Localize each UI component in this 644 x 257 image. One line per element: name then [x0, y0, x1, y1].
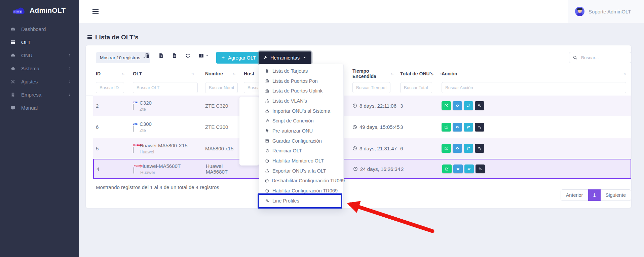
table-row[interactable]: 4HUAWEIHuawei-MA5680THuaweiHuawei MA5680… [93, 159, 631, 179]
olt-name: C300 [140, 121, 152, 127]
menu-item-reiniciar-olt[interactable]: Reiniciar OLT [259, 146, 343, 156]
file-excel-icon [158, 53, 164, 59]
plug-icon [265, 128, 270, 133]
exch-icon [466, 146, 470, 150]
copy-button[interactable] [145, 53, 150, 59]
table-row[interactable]: 6ZTEC300ZteZTE C30049 days, 15:05:453 [93, 116, 631, 138]
page-title-text: Lista de OLT's [95, 34, 139, 41]
olt-list-card: Mostrar 10 registros Agregar OLT Herrami… [86, 45, 631, 208]
filter-nombre-input[interactable] [205, 82, 238, 93]
sync-onus-button[interactable] [464, 164, 474, 173]
view-olt-button[interactable] [453, 101, 462, 110]
sidebar-item-sistema[interactable]: Sistema [0, 62, 79, 75]
table-filter-row [86, 80, 631, 96]
sitemap-icon [265, 99, 270, 103]
pagination-page-1-button[interactable]: 1 [588, 189, 600, 201]
server-icon [9, 40, 16, 45]
view-olt-button[interactable] [453, 164, 463, 173]
export-toolbar [145, 53, 209, 59]
view-olt-button[interactable] [453, 144, 462, 153]
sidebar-item-olt[interactable]: OLT [0, 36, 79, 49]
menu-item-deshabilitar-configuraci-n-tr069[interactable]: Deshabilitar Configuración TR069 [259, 176, 343, 186]
row-olt-cell: HUAWEIHuawei-MA5800-X15Huawei [133, 138, 204, 158]
row-nombre-cell: MA5800 x15 [205, 138, 244, 158]
column-header-total-de-onu-s[interactable]: Total de ONU's↑↓ [400, 68, 442, 80]
olt-settings-button[interactable] [475, 144, 484, 153]
column-header-label: Host [244, 71, 254, 76]
menu-item-lista-de-puertos-pon[interactable]: Lista de Puertos Pon [259, 76, 343, 86]
column-header-id[interactable]: ID↑↓ [96, 68, 124, 80]
olt-settings-button[interactable] [475, 101, 484, 110]
row-olt-cell: ZTEC300Zte [133, 116, 204, 138]
view-olt-button[interactable] [453, 123, 462, 132]
sort-icon: ↑↓ [191, 72, 194, 76]
row-onu-count-cell: 6 [400, 138, 441, 158]
pagination-next-button[interactable]: Siguiente [601, 189, 631, 201]
user-name: Soporte AdminOLT [589, 9, 631, 14]
sidebar-item-dashboard[interactable]: Dashboard [0, 23, 79, 36]
edit-olt-button[interactable] [442, 144, 451, 153]
user-menu[interactable]: Soporte AdminOLT [568, 0, 644, 23]
filter-id-input[interactable] [96, 82, 124, 93]
menu-item-label: Reiniciar OLT [272, 148, 302, 153]
menu-item-exportar-onu-s-a-la-olt[interactable]: Exportar ONU's a la OLT [259, 166, 343, 176]
column-visibility-button[interactable] [198, 53, 209, 59]
pen-icon [444, 146, 448, 150]
add-olt-label: Agregar OLT [228, 55, 256, 61]
sidebar-item-label: OLT [21, 39, 72, 45]
clock-icon [352, 103, 357, 108]
olt-settings-button[interactable] [475, 123, 484, 132]
column-header-tiempo-encendida[interactable]: Tiempo Encendida↑↓ [352, 68, 393, 80]
pagination-previous-button[interactable]: Anterior [561, 189, 589, 201]
sync-onus-button[interactable] [464, 123, 473, 132]
search-input[interactable] [580, 55, 641, 61]
save-icon [265, 139, 270, 143]
menu-item-importar-onu-s-al-sistema[interactable]: Importar ONU's al Sistema [259, 106, 343, 116]
app-logo[interactable]: AdminOLT [0, 0, 79, 15]
menu-toggle-icon[interactable] [91, 7, 100, 15]
sidebar-item-manual[interactable]: Manual [0, 101, 79, 114]
sidebar-item-onu[interactable]: ONU [0, 49, 79, 62]
sync-onus-button[interactable] [464, 101, 473, 110]
edit-olt-button[interactable] [442, 101, 451, 110]
column-header-olt[interactable]: OLT↑↓ [133, 68, 194, 80]
gears-icon [478, 125, 482, 129]
refresh-button[interactable] [185, 53, 191, 59]
menu-item-lista-de-vlan-s[interactable]: Lista de VLAN's [259, 96, 343, 106]
menu-item-lista-de-puertos-uplink[interactable]: Lista de Puertos Uplink [259, 86, 343, 96]
sidebar-item-ajustes[interactable]: Ajustes [0, 75, 79, 88]
sync-onus-button[interactable] [464, 144, 473, 153]
tools-dropdown-button[interactable]: Herramientas [259, 51, 311, 64]
sidebar-item-label: Empresa [21, 92, 68, 98]
column-header-acci-n[interactable]: Acción↑↓ [442, 68, 626, 80]
menu-item-pre-autorizar-onu[interactable]: Pre-autorizar ONU [259, 126, 343, 136]
menu-item-label: Lista de Puertos Uplink [272, 88, 323, 94]
menu-item-script-de-conexi-n[interactable]: Script de Conexión [259, 116, 343, 126]
menu-item-lista-de-tarjetas[interactable]: Lista de Tarjetas [259, 66, 343, 76]
menu-item-guardar-configuraci-n[interactable]: Guardar Configuración [259, 136, 343, 146]
device-brand-label: HUAWEI [134, 164, 143, 167]
sidebar-item-empresa[interactable]: Empresa [0, 88, 79, 101]
filter-tiempo-input[interactable] [352, 82, 390, 93]
sort-icon: ↑↓ [122, 72, 125, 76]
olt-name: C320 [140, 100, 152, 106]
eye-icon [455, 146, 459, 150]
show-entries-select[interactable]: Mostrar 10 registros [96, 52, 150, 63]
column-header-nombre[interactable]: Nombre↑↓ [205, 68, 235, 80]
filter-accion-input[interactable] [442, 82, 626, 93]
olt-settings-button[interactable] [476, 164, 485, 173]
tools-dropdown-menu: Lista de TarjetasLista de Puertos PonLis… [259, 64, 344, 208]
bank-icon [265, 89, 270, 93]
eye-icon [456, 167, 460, 171]
add-olt-button[interactable]: Agregar OLT [216, 52, 261, 64]
edit-olt-button[interactable] [442, 123, 451, 132]
table-row[interactable]: 2ZTEC320ZteZTE C3208 days, 22:11:063 [93, 96, 631, 116]
menu-item-habilitar-monitoreo-olt[interactable]: Habilitar Monitoreo OLT [259, 156, 343, 166]
filter-total-input[interactable] [400, 82, 432, 93]
plus-icon [221, 56, 225, 60]
filter-olt-input[interactable] [133, 82, 198, 93]
edit-olt-button[interactable] [442, 164, 452, 173]
export-excel-button[interactable] [158, 53, 164, 59]
table-row[interactable]: 5HUAWEIHuawei-MA5800-X15HuaweiMA5800 x15… [93, 138, 631, 159]
export-file-button[interactable] [172, 53, 177, 59]
